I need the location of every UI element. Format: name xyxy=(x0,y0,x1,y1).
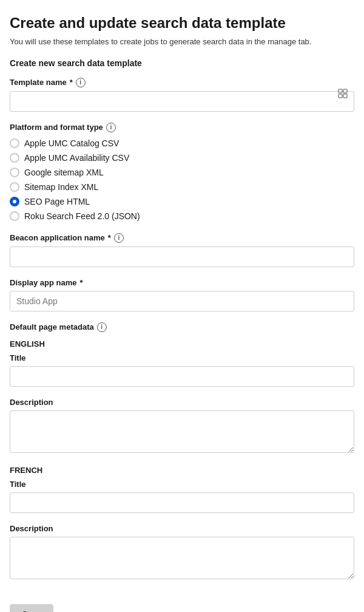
radio-roku-search-feed[interactable]: Roku Search Feed 2.0 (JSON) xyxy=(10,211,354,221)
french-section: FRENCH Title Description xyxy=(10,466,354,581)
english-title-group: Title xyxy=(10,353,354,387)
radio-apple-umc-csv[interactable]: Apple UMC Catalog CSV xyxy=(10,138,354,148)
radio-sitemap-index-xml[interactable]: Sitemap Index XML xyxy=(10,182,354,192)
template-name-info-icon[interactable]: i xyxy=(76,78,86,87)
french-title-label: Title xyxy=(10,480,354,489)
english-description-label: Description xyxy=(10,398,354,407)
display-app-name-input[interactable] xyxy=(10,291,354,311)
template-name-label: Template name * i xyxy=(10,78,354,87)
radio-apple-umc-availability-input[interactable] xyxy=(10,153,19,163)
radio-seo-page-html[interactable]: SEO Page HTML xyxy=(10,197,354,206)
page-title: Create and update search data template xyxy=(10,15,354,32)
svg-rect-3 xyxy=(343,94,347,98)
default-page-metadata-info-icon[interactable]: i xyxy=(97,322,107,332)
svg-rect-0 xyxy=(339,89,342,93)
beacon-app-name-input[interactable] xyxy=(10,246,354,267)
french-title-input[interactable] xyxy=(10,492,354,513)
svg-rect-1 xyxy=(343,89,347,93)
french-title-group: Title xyxy=(10,480,354,513)
page-subtitle: You will use these templates to create j… xyxy=(10,37,354,46)
default-page-metadata-label: Default page metadata i xyxy=(10,322,354,332)
radio-seo-page-html-input[interactable] xyxy=(10,197,19,206)
radio-apple-umc-csv-input[interactable] xyxy=(10,138,19,148)
english-title-input[interactable] xyxy=(10,366,354,387)
english-section: ENGLISH Title Description xyxy=(10,339,354,455)
default-page-metadata-section: Default page metadata i ENGLISH Title De… xyxy=(10,322,354,581)
beacon-app-name-info-icon[interactable]: i xyxy=(114,233,124,243)
template-name-group: Template name * i xyxy=(10,78,354,112)
svg-rect-2 xyxy=(339,94,342,98)
french-description-input[interactable] xyxy=(10,537,354,579)
display-app-name-group: Display app name * xyxy=(10,278,354,311)
save-button[interactable]: Save xyxy=(10,604,53,612)
platform-info-icon[interactable]: i xyxy=(106,123,116,132)
radio-apple-umc-availability[interactable]: Apple UMC Availability CSV xyxy=(10,153,354,163)
platform-section: Platform and format type i Apple UMC Cat… xyxy=(10,123,354,221)
radio-roku-search-feed-input[interactable] xyxy=(10,211,19,221)
english-title-label: Title xyxy=(10,353,354,362)
section-heading: Create new search data template xyxy=(10,58,354,68)
english-heading: ENGLISH xyxy=(10,339,354,348)
french-heading: FRENCH xyxy=(10,466,354,475)
radio-google-sitemap-xml-input[interactable] xyxy=(10,168,19,177)
beacon-app-name-label: Beacon application name * i xyxy=(10,233,354,243)
template-name-input[interactable] xyxy=(10,91,354,112)
radio-sitemap-index-xml-input[interactable] xyxy=(10,182,19,192)
template-name-edit-icon xyxy=(337,88,348,101)
beacon-app-name-group: Beacon application name * i xyxy=(10,233,354,267)
platform-label: Platform and format type i xyxy=(10,123,354,132)
french-description-group: Description xyxy=(10,524,354,581)
platform-radio-group: Apple UMC Catalog CSV Apple UMC Availabi… xyxy=(10,138,354,221)
display-app-name-label: Display app name * xyxy=(10,278,354,287)
french-description-label: Description xyxy=(10,524,354,533)
english-description-input[interactable] xyxy=(10,410,354,453)
radio-google-sitemap-xml[interactable]: Google sitemap XML xyxy=(10,168,354,177)
english-description-group: Description xyxy=(10,398,354,455)
